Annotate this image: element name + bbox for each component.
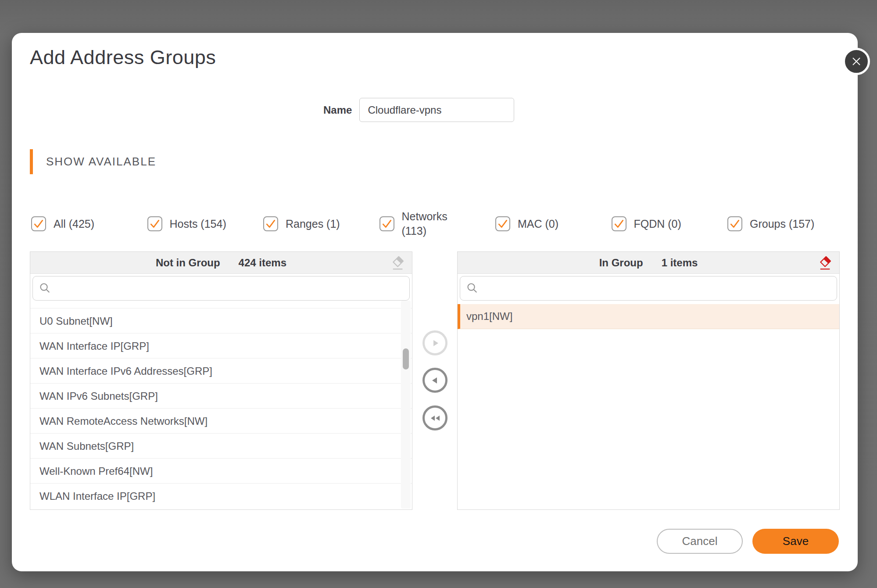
left-search-input[interactable]: [56, 276, 403, 300]
filter-groups[interactable]: Groups (157): [727, 216, 844, 231]
filter-label: Ranges (1): [286, 217, 340, 231]
search-icon: [39, 282, 51, 294]
list-item[interactable]: WLAN Interface IP[GRP]: [30, 483, 412, 508]
panel-count: 1 items: [662, 257, 698, 269]
checkbox-checked-icon[interactable]: [727, 216, 742, 231]
filter-label: Hosts (154): [170, 217, 226, 231]
filter-label: Groups (157): [750, 217, 814, 231]
list-item[interactable]: Well-Known Pref64[NW]: [30, 458, 412, 483]
in-group-header: In Group 1 items: [458, 252, 839, 274]
checkbox-checked-icon[interactable]: [495, 216, 510, 231]
move-left-button[interactable]: [422, 368, 447, 393]
list-item-selected[interactable]: vpn1[NW]: [458, 304, 839, 329]
checkbox-checked-icon[interactable]: [31, 216, 46, 231]
arrow-left-icon: [429, 374, 441, 387]
in-group-list[interactable]: vpn1[NW]: [458, 301, 839, 510]
clear-left-selection-button[interactable]: [390, 255, 405, 270]
panel-count: 424 items: [239, 257, 286, 269]
panel-title: Not in Group: [156, 257, 220, 269]
dialog-title: Add Address Groups: [30, 46, 216, 69]
filter-mac[interactable]: MAC (0): [495, 216, 612, 231]
eraser-icon: [818, 255, 832, 270]
list-item[interactable]: WAN IPv6 Subnets[GRP]: [30, 383, 412, 408]
type-filter-row: All (425) Hosts (154) Ranges (1) Network…: [31, 200, 845, 248]
checkbox-checked-icon[interactable]: [263, 216, 278, 231]
filter-fqdn[interactable]: FQDN (0): [612, 216, 728, 231]
show-available-section: SHOW AVAILABLE: [30, 149, 156, 174]
close-icon: [850, 55, 863, 68]
scrollbar-thumb[interactable]: [403, 348, 409, 369]
section-accent-bar: [30, 149, 33, 174]
name-label: Name: [323, 104, 352, 116]
arrow-right-icon: [429, 337, 441, 349]
name-field-row: Name: [323, 98, 514, 122]
not-in-group-header: Not in Group 424 items: [30, 252, 412, 274]
list-item[interactable]: U0 Subnet[NW]: [30, 308, 412, 333]
filter-hosts[interactable]: Hosts (154): [147, 216, 264, 231]
checkbox-checked-icon[interactable]: [147, 216, 162, 231]
list-item[interactable]: WAN RemoteAccess Networks[NW]: [30, 408, 412, 433]
panel-title: In Group: [599, 257, 643, 269]
move-right-button[interactable]: [422, 330, 447, 355]
filter-label: MAC (0): [518, 217, 558, 231]
list-item[interactable]: WAN Subnets[GRP]: [30, 433, 412, 458]
checkbox-checked-icon[interactable]: [379, 216, 394, 231]
filter-ranges[interactable]: Ranges (1): [263, 216, 379, 231]
move-all-left-button[interactable]: [422, 405, 447, 430]
search-icon: [466, 282, 479, 294]
close-button[interactable]: [843, 48, 870, 75]
right-search-box: [460, 276, 837, 301]
right-search-input[interactable]: [483, 276, 830, 300]
in-group-panel: In Group 1 items vpn1[NW]: [457, 251, 840, 510]
filter-label: FQDN (0): [634, 217, 681, 231]
double-arrow-left-icon: [429, 412, 442, 424]
not-in-group-panel: Not in Group 424 items U0 Subnet[NW] WAN…: [30, 251, 412, 510]
checkbox-checked-icon[interactable]: [612, 216, 626, 231]
filter-all[interactable]: All (425): [31, 216, 147, 231]
cancel-button[interactable]: Cancel: [657, 529, 743, 554]
not-in-group-list[interactable]: U0 Subnet[NW] WAN Interface IP[GRP] WAN …: [30, 301, 412, 510]
list-item[interactable]: WAN Interface IP[GRP]: [30, 333, 412, 358]
name-input[interactable]: [359, 98, 514, 122]
eraser-icon: [390, 255, 404, 270]
save-button[interactable]: Save: [752, 529, 839, 554]
filter-label: All (425): [54, 217, 94, 231]
left-search-box: [32, 276, 410, 301]
clear-right-selection-button[interactable]: [817, 255, 832, 270]
filter-networks[interactable]: Networks (113): [379, 209, 496, 238]
filter-label: Networks (113): [402, 209, 453, 238]
list-item[interactable]: WAN Interface IPv6 Addresses[GRP]: [30, 358, 412, 383]
add-address-groups-dialog: Add Address Groups Name SHOW AVAILABLE A…: [12, 33, 858, 571]
section-label: SHOW AVAILABLE: [46, 155, 156, 169]
scrollbar-track[interactable]: [401, 301, 411, 509]
